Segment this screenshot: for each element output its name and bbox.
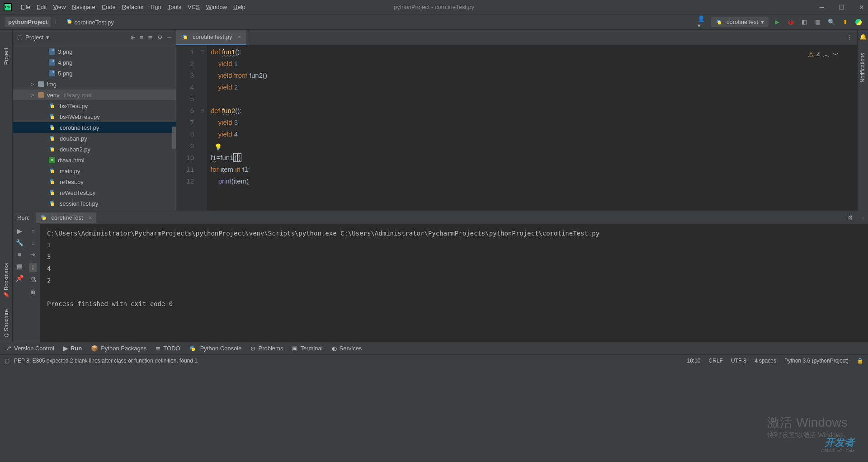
fold-icon[interactable]: ⊟ bbox=[200, 46, 204, 58]
python-packages-button[interactable]: 📦Python Packages bbox=[91, 345, 146, 352]
debug-button[interactable]: 🐞 bbox=[786, 17, 796, 27]
fold-icon[interactable]: ⊟ bbox=[200, 105, 204, 117]
readonly-lock-icon[interactable]: 🔒 bbox=[857, 358, 863, 364]
inspection-widget[interactable]: ⚠ 4 ︿ ﹀ bbox=[808, 49, 839, 61]
scroll-to-end-icon[interactable]: ⤓ bbox=[29, 263, 37, 272]
close-tab-icon[interactable]: × bbox=[237, 33, 241, 40]
tree-item[interactable]: >venvlibrary root bbox=[13, 90, 176, 100]
layout-icon[interactable]: ▤ bbox=[17, 263, 23, 270]
tree-item[interactable]: reWedTest.py bbox=[13, 187, 176, 198]
tree-item-label: douban.py bbox=[60, 135, 87, 142]
project-view-selector[interactable]: ▢ Project ▾ bbox=[17, 34, 49, 41]
tree-item[interactable]: corotineTest.py bbox=[13, 122, 176, 133]
update-button[interactable]: ⬆ bbox=[840, 17, 850, 27]
up-icon[interactable]: ↑ bbox=[32, 227, 35, 235]
run-config-dropdown[interactable]: corotineTest ▾ bbox=[711, 17, 769, 27]
run-settings-icon[interactable]: ⚙ bbox=[848, 214, 853, 221]
expand-all-icon[interactable]: ≡ bbox=[140, 34, 143, 41]
run-output[interactable]: C:\Users\Administrator\PycharmProjects\p… bbox=[40, 224, 868, 342]
tree-item[interactable]: main.py bbox=[13, 165, 176, 176]
notifications-tool-button[interactable]: Notifications bbox=[859, 53, 866, 82]
intention-bulb-icon[interactable]: 💡 bbox=[214, 141, 222, 153]
python-console-button[interactable]: Python Console bbox=[189, 345, 242, 352]
tree-item[interactable]: reTest.py bbox=[13, 176, 176, 187]
close-run-tab-icon[interactable]: × bbox=[89, 214, 92, 221]
collapse-all-icon[interactable]: ≣ bbox=[148, 34, 153, 41]
indent-setting[interactable]: 4 spaces bbox=[755, 358, 776, 364]
ide-services-button[interactable] bbox=[854, 17, 863, 27]
run-tab[interactable]: corotineTest × bbox=[36, 212, 96, 223]
close-window-button[interactable]: ✕ bbox=[859, 4, 864, 11]
menu-run[interactable]: Run bbox=[151, 4, 161, 10]
tree-item[interactable]: Hdvwa.html bbox=[13, 155, 176, 165]
rerun-button[interactable]: ▶ bbox=[17, 227, 22, 235]
soft-wrap-icon[interactable]: ⇥ bbox=[30, 251, 36, 258]
menu-refactor[interactable]: Refactor bbox=[122, 4, 144, 10]
structure-tool-button[interactable]: ⌬ Structure bbox=[3, 309, 9, 337]
menu-view[interactable]: View bbox=[53, 4, 66, 10]
tree-item-label: 5.png bbox=[58, 70, 73, 77]
tree-item[interactable]: sessionTest.py bbox=[13, 198, 176, 209]
tree-item-label: sessionTest.py bbox=[60, 200, 98, 207]
search-button[interactable]: 🔍 bbox=[826, 17, 836, 27]
code-content[interactable]: ⚠ 4 ︿ ﹀ 💡 def fun1(): yield 1 yield from… bbox=[207, 45, 857, 211]
down-icon[interactable]: ↓ bbox=[32, 239, 35, 246]
stop-button[interactable]: ■ bbox=[18, 251, 21, 258]
pin-icon[interactable]: 📌 bbox=[16, 274, 24, 282]
menu-vcs[interactable]: VCS bbox=[188, 4, 200, 10]
hide-run-panel-icon[interactable]: ─ bbox=[859, 214, 863, 221]
menu-window[interactable]: Window bbox=[206, 4, 227, 10]
interpreter[interactable]: Python 3.6 (pythonProject) bbox=[784, 358, 849, 364]
menu-help[interactable]: Help bbox=[233, 4, 245, 10]
menu-file[interactable]: File bbox=[21, 4, 30, 10]
coverage-button[interactable]: ◧ bbox=[799, 17, 809, 27]
run-tool-button[interactable]: ▶Run bbox=[63, 345, 82, 352]
scrollbar[interactable] bbox=[172, 127, 176, 149]
editor-body[interactable]: 1⊟23456⊟789101112 ⚠ 4 ︿ ﹀ 💡 def fun1(): … bbox=[176, 45, 857, 211]
menu-code[interactable]: Code bbox=[102, 4, 116, 10]
breadcrumb-file[interactable]: corotineTest.py bbox=[62, 16, 117, 28]
tree-item[interactable]: 5.png bbox=[13, 68, 176, 79]
file-encoding[interactable]: UTF-8 bbox=[731, 358, 746, 364]
caret-position[interactable]: 10:10 bbox=[687, 358, 701, 364]
tree-item[interactable]: bs4Test.py bbox=[13, 100, 176, 111]
menu-navigate[interactable]: Navigate bbox=[72, 4, 95, 10]
tree-item[interactable]: 4.png bbox=[13, 57, 176, 68]
hide-panel-icon[interactable]: ─ bbox=[167, 34, 171, 41]
problems-button[interactable]: ⊘Problems bbox=[250, 345, 283, 352]
services-button[interactable]: ◐Services bbox=[332, 345, 362, 352]
tree-item[interactable]: douban2.py bbox=[13, 144, 176, 155]
maximize-button[interactable]: ☐ bbox=[839, 4, 844, 11]
breadcrumb-project[interactable]: pythonProject bbox=[5, 17, 51, 27]
status-tool-windows-icon[interactable]: ▢ bbox=[5, 358, 9, 364]
run-toolbar-primary: ▶ 🔧 ■ ▤ 📌 bbox=[13, 224, 26, 342]
minimize-button[interactable]: ─ bbox=[820, 4, 824, 11]
version-control-button[interactable]: ⎇Version Control bbox=[5, 345, 54, 352]
list-icon: ≣ bbox=[156, 345, 160, 352]
settings-icon[interactable]: ⚙ bbox=[157, 34, 163, 41]
tree-item[interactable]: >img bbox=[13, 79, 176, 90]
notifications-bell-icon[interactable]: 🔔 bbox=[858, 30, 868, 44]
gutter-line: 11 bbox=[176, 164, 194, 175]
tree-item[interactable]: bs4WebTest.py bbox=[13, 111, 176, 122]
project-tool-button[interactable]: Project bbox=[3, 48, 9, 65]
line-separator[interactable]: CRLF bbox=[709, 358, 723, 364]
terminal-button[interactable]: ▣Terminal bbox=[292, 345, 322, 352]
menu-edit[interactable]: Edit bbox=[37, 4, 47, 10]
menu-tools[interactable]: Tools bbox=[168, 4, 181, 10]
run-button[interactable]: ▶ bbox=[772, 17, 782, 27]
tree-item[interactable]: douban.py bbox=[13, 133, 176, 144]
todo-button[interactable]: ≣TODO bbox=[156, 345, 180, 352]
editor-tab[interactable]: corotineTest.py × bbox=[176, 30, 246, 45]
print-icon[interactable]: 🖶 bbox=[30, 276, 36, 283]
bookmarks-tool-button[interactable]: 🔖 Bookmarks bbox=[3, 263, 9, 298]
user-icon[interactable]: 👤▾ bbox=[698, 17, 708, 27]
project-tree[interactable]: 3.png4.png5.png>img>venvlibrary rootbs4T… bbox=[13, 45, 176, 211]
gutter-line: 9 bbox=[176, 140, 194, 152]
profile-button[interactable]: ▦ bbox=[813, 17, 823, 27]
clear-icon[interactable]: 🗑 bbox=[30, 288, 36, 295]
tab-options-icon[interactable]: ⋮ bbox=[847, 34, 857, 41]
tree-item[interactable]: 3.png bbox=[13, 46, 176, 57]
select-opened-file-icon[interactable]: ⊕ bbox=[130, 34, 135, 41]
tool-wrench-icon[interactable]: 🔧 bbox=[16, 239, 24, 246]
